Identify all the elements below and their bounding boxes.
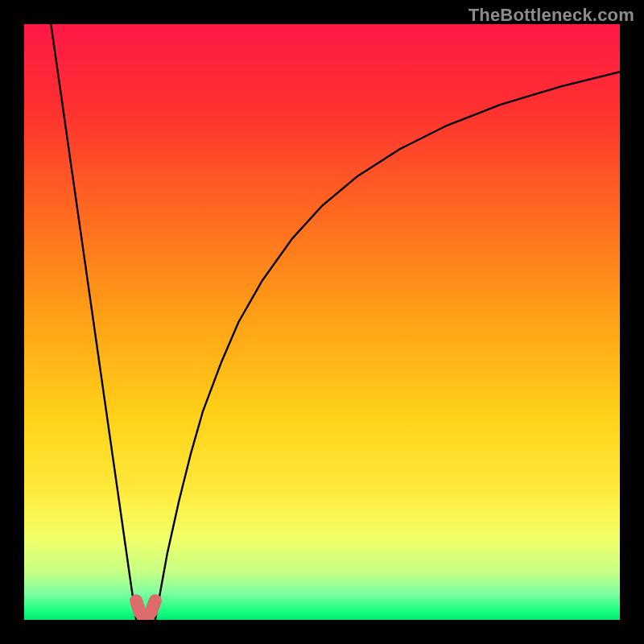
chart-svg [24,24,620,620]
gradient-background [24,24,620,620]
chart-frame: TheBottleneck.com [0,0,644,644]
plot-area [24,24,620,620]
watermark-text: TheBottleneck.com [469,5,634,26]
